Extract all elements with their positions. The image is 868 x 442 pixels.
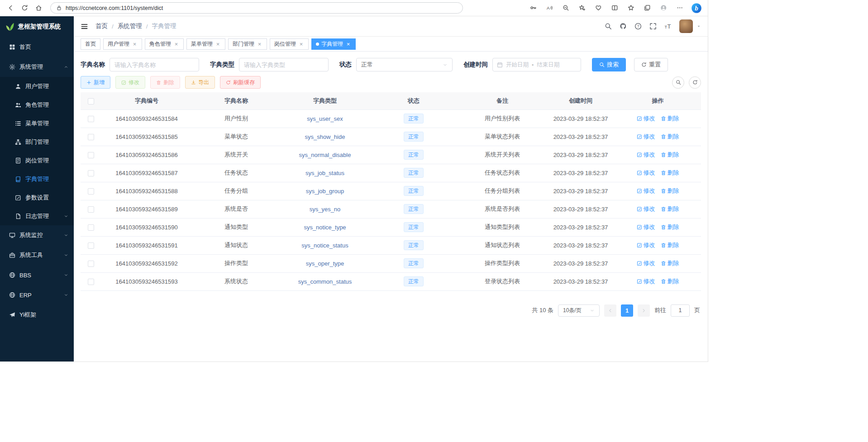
delete-button[interactable]: 删除 [150, 76, 180, 89]
row-edit-link[interactable]: 修改 [637, 241, 655, 249]
sidebar-item-log[interactable]: 日志管理 [0, 207, 74, 225]
row-edit-link[interactable]: 修改 [637, 133, 655, 141]
row-edit-link[interactable]: 修改 [637, 223, 655, 231]
row-delete-link[interactable]: 删除 [661, 223, 679, 231]
password-key-button[interactable] [526, 1, 540, 15]
page-size-select[interactable]: 10条/页 [558, 304, 600, 317]
help-button[interactable]: ? [634, 23, 642, 30]
tab-post[interactable]: 岗位管理× [270, 38, 309, 50]
prev-page-button[interactable] [604, 304, 616, 317]
next-page-button[interactable] [638, 304, 650, 317]
row-edit-link[interactable]: 修改 [637, 205, 655, 213]
sidebar-item-erp[interactable]: ERP [0, 285, 74, 305]
sidebar-item-system[interactable]: 系统管理 [0, 57, 74, 77]
row-delete-link[interactable]: 删除 [661, 205, 679, 213]
select-all-checkbox[interactable] [88, 98, 94, 105]
collections-button[interactable] [640, 1, 654, 15]
row-edit-link[interactable]: 修改 [637, 259, 655, 267]
sidebar-item-monitor[interactable]: 系统监控 [0, 225, 74, 245]
row-edit-link[interactable]: 修改 [637, 169, 655, 177]
dict-type-link[interactable]: sys_common_status [298, 278, 352, 285]
sidebar-item-menu[interactable]: 菜单管理 [0, 114, 74, 133]
chevron-down-icon[interactable] [696, 24, 701, 29]
row-delete-link[interactable]: 删除 [661, 259, 679, 267]
toggle-search-button[interactable] [672, 76, 684, 89]
browser-back-button[interactable] [4, 1, 18, 15]
sidebar-item-home[interactable]: 首页 [0, 37, 74, 57]
row-delete-link[interactable]: 删除 [661, 187, 679, 195]
row-delete-link[interactable]: 删除 [661, 277, 679, 285]
date-range-picker[interactable]: 开始日期 - 结束日期 [492, 58, 581, 71]
font-size-button[interactable]: TT [664, 23, 672, 30]
user-avatar[interactable] [679, 19, 693, 33]
export-button[interactable]: 导出 [185, 76, 215, 89]
sidebar-item-yiframe[interactable]: Yi框架 [0, 305, 74, 325]
dict-type-link[interactable]: sys_normal_disable [299, 152, 351, 158]
header-search-button[interactable] [605, 23, 612, 30]
dict-name-input[interactable] [110, 58, 199, 71]
close-icon[interactable]: × [132, 41, 138, 47]
row-checkbox[interactable] [88, 206, 94, 213]
breadcrumb-item[interactable]: 字典管理 [152, 22, 176, 30]
browser-menu-button[interactable] [673, 1, 687, 15]
dict-type-input[interactable] [239, 58, 329, 71]
close-icon[interactable]: × [173, 41, 179, 47]
close-icon[interactable]: × [215, 41, 221, 47]
close-icon[interactable]: × [345, 41, 351, 47]
tab-dept[interactable]: 部门管理× [228, 38, 267, 50]
row-delete-link[interactable]: 删除 [661, 241, 679, 249]
sidebar-item-bbs[interactable]: BBS [0, 265, 74, 285]
row-checkbox[interactable] [88, 134, 94, 140]
row-delete-link[interactable]: 删除 [661, 169, 679, 177]
close-icon[interactable]: × [257, 41, 262, 47]
dict-type-link[interactable]: sys_oper_type [306, 260, 344, 267]
reset-button[interactable]: 重置 [634, 58, 668, 71]
dict-type-link[interactable]: sys_job_status [305, 170, 344, 176]
tab-dict[interactable]: 字典管理× [311, 38, 356, 50]
breadcrumb-item[interactable]: 首页 [95, 22, 108, 30]
sidebar-item-dept[interactable]: 部门管理 [0, 133, 74, 151]
row-edit-link[interactable]: 修改 [637, 114, 655, 123]
row-checkbox[interactable] [88, 224, 94, 231]
dict-type-link[interactable]: sys_user_sex [307, 115, 343, 122]
row-edit-link[interactable]: 修改 [637, 151, 655, 159]
profile-button[interactable] [657, 1, 671, 15]
row-delete-link[interactable]: 删除 [661, 151, 679, 159]
github-button[interactable] [620, 23, 627, 30]
dict-type-link[interactable]: sys_yes_no [310, 206, 341, 213]
sidebar-item-config[interactable]: 参数设置 [0, 188, 74, 207]
tab-menu[interactable]: 菜单管理× [186, 38, 225, 50]
split-screen-button[interactable] [608, 1, 622, 15]
row-checkbox[interactable] [88, 188, 94, 195]
zoom-button[interactable] [559, 1, 573, 15]
browser-address-bar[interactable]: https://ccnetcore.com:1101/system/dict [50, 2, 463, 14]
status-select[interactable]: 正常 [356, 58, 453, 71]
sidebar-item-dict[interactable]: 字典管理 [0, 170, 74, 188]
favorites-button[interactable] [624, 1, 638, 15]
tab-home[interactable]: 首页 [81, 38, 100, 50]
row-checkbox[interactable] [88, 242, 94, 249]
goto-page-input[interactable] [671, 304, 690, 317]
row-delete-link[interactable]: 删除 [661, 133, 679, 141]
refresh-table-button[interactable] [689, 76, 701, 89]
dict-type-link[interactable]: sys_show_hide [305, 133, 345, 140]
dict-type-link[interactable]: sys_notice_type [304, 224, 346, 231]
fullscreen-button[interactable] [649, 23, 657, 30]
browser-essentials-button[interactable] [591, 1, 606, 15]
add-button[interactable]: 新增 [81, 76, 110, 89]
bing-chat-button[interactable]: b [689, 1, 703, 15]
tab-user[interactable]: 用户管理× [103, 38, 142, 50]
row-checkbox[interactable] [88, 261, 94, 267]
row-edit-link[interactable]: 修改 [637, 187, 655, 195]
page-number-1[interactable]: 1 [621, 304, 633, 317]
sidebar-item-user[interactable]: 用户管理 [0, 77, 74, 95]
add-favorite-button[interactable] [575, 1, 589, 15]
sidebar-item-post[interactable]: 岗位管理 [0, 151, 74, 170]
row-delete-link[interactable]: 删除 [661, 114, 679, 123]
refresh-cache-button[interactable]: 刷新缓存 [220, 76, 261, 89]
tab-role[interactable]: 角色管理× [145, 38, 184, 50]
close-icon[interactable]: × [298, 41, 304, 47]
sidebar-toggle[interactable] [81, 23, 88, 30]
row-checkbox[interactable] [88, 170, 94, 176]
dict-type-link[interactable]: sys_job_group [306, 188, 344, 195]
